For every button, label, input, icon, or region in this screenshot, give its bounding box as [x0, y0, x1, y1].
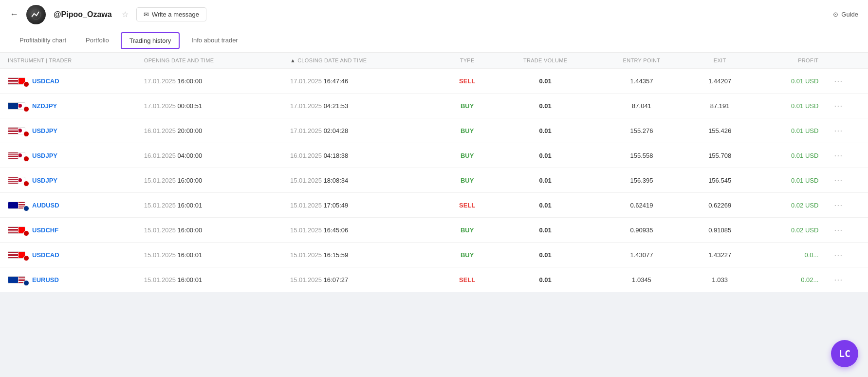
- flags-8: [8, 274, 28, 285]
- more-options-button-6[interactable]: ···: [834, 225, 843, 235]
- flag1-6: [8, 226, 18, 234]
- col-header-exit: EXIT: [687, 53, 753, 69]
- closing-time-5: 17:05:49: [324, 202, 349, 209]
- opening-time-5: 16:00:01: [178, 202, 203, 209]
- table-row: USDCAD 17.01.2025 16:00:00 17.01.2025 16…: [0, 69, 868, 94]
- flag1-0: [8, 77, 18, 85]
- cell-more-5[interactable]: ···: [826, 193, 868, 218]
- more-options-button-0[interactable]: ···: [834, 76, 843, 86]
- cell-closing-2: 17.01.2025 02:04:28: [282, 118, 440, 143]
- instrument-name-6[interactable]: USDCHF: [32, 226, 58, 234]
- cell-volume-4: 0.01: [494, 168, 596, 193]
- more-options-button-1[interactable]: ···: [834, 101, 843, 111]
- star-icon[interactable]: ☆: [122, 10, 129, 19]
- closing-time-4: 18:08:34: [324, 177, 349, 184]
- tab-trading-history[interactable]: Trading history: [121, 32, 180, 49]
- trade-type-5: SELL: [459, 202, 475, 209]
- cell-exit-1: 87.191: [687, 94, 753, 118]
- cell-volume-7: 0.01: [494, 243, 596, 267]
- table-row: EURUSD 15.01.2025 16:00:01 15.01.2025 16…: [0, 267, 868, 292]
- col-header-closing[interactable]: ▲ CLOSING DATE AND TIME: [282, 53, 440, 69]
- cell-exit-5: 0.62269: [687, 193, 753, 218]
- cell-exit-0: 1.44207: [687, 69, 753, 94]
- flags-5: [8, 200, 28, 210]
- instrument-name-2[interactable]: USDJPY: [32, 127, 57, 134]
- trade-volume-5: 0.01: [539, 202, 552, 209]
- flags-1: [8, 100, 28, 111]
- entry-point-8: 1.0345: [632, 276, 651, 283]
- closing-date-3: 16.01.2025: [290, 152, 322, 159]
- dot-flag-6: [23, 230, 29, 236]
- instrument-name-7[interactable]: USDCAD: [32, 251, 59, 259]
- dot-flag-3: [23, 156, 29, 162]
- cell-more-7[interactable]: ···: [826, 243, 868, 267]
- more-options-button-3[interactable]: ···: [834, 151, 843, 160]
- exit-point-6: 0.91085: [708, 226, 731, 234]
- back-button[interactable]: ←: [10, 9, 18, 19]
- cell-instrument-3: USDJPY: [0, 143, 136, 168]
- dot-flag-1: [23, 106, 29, 112]
- instrument-name-0[interactable]: USDCAD: [32, 77, 59, 85]
- cell-opening-0: 17.01.2025 16:00:00: [136, 69, 282, 94]
- sort-arrow-icon: ▲: [290, 57, 295, 63]
- more-options-button-2[interactable]: ···: [834, 126, 843, 135]
- tab-info-about-trader[interactable]: Info about trader: [182, 30, 247, 52]
- cell-more-1[interactable]: ···: [826, 94, 868, 118]
- cell-more-3[interactable]: ···: [826, 143, 868, 168]
- col-header-opening[interactable]: OPENING DATE AND TIME: [136, 53, 282, 69]
- instrument-name-8[interactable]: EURUSD: [32, 276, 59, 283]
- cell-volume-5: 0.01: [494, 193, 596, 218]
- entry-point-7: 1.43077: [630, 251, 653, 259]
- trading-history-table: INSTRUMENT | TRADER OPENING DATE AND TIM…: [0, 53, 868, 292]
- closing-date-1: 17.01.2025: [290, 102, 322, 110]
- write-message-button[interactable]: ✉ Write a message: [136, 7, 206, 21]
- cell-more-4[interactable]: ···: [826, 168, 868, 193]
- cell-profit-8: 0.02...: [753, 267, 826, 292]
- guide-icon: ⊙: [833, 11, 838, 18]
- tab-profitability[interactable]: Profitability chart: [10, 30, 76, 52]
- instrument-name-1[interactable]: NZDJPY: [32, 102, 57, 110]
- closing-time-6: 16:45:06: [324, 226, 349, 234]
- cell-instrument-2: USDJPY: [0, 118, 136, 143]
- cell-profit-4: 0.01 USD: [753, 168, 826, 193]
- tab-portfolio[interactable]: Portfolio: [76, 30, 119, 52]
- flag1-8: [8, 276, 18, 283]
- guide-label: Guide: [841, 11, 858, 18]
- cell-entry-3: 155.558: [596, 143, 687, 168]
- cell-exit-7: 1.43227: [687, 243, 753, 267]
- flag1-1: [8, 102, 18, 110]
- cell-opening-2: 16.01.2025 20:00:00: [136, 118, 282, 143]
- instrument-name-5[interactable]: AUDUSD: [32, 202, 59, 209]
- more-options-button-7[interactable]: ···: [834, 250, 843, 260]
- table-row: USDJPY 16.01.2025 04:00:00 16.01.2025 04…: [0, 143, 868, 168]
- cell-exit-2: 155.426: [687, 118, 753, 143]
- cell-profit-3: 0.01 USD: [753, 143, 826, 168]
- instrument-name-3[interactable]: USDJPY: [32, 152, 57, 159]
- cell-more-2[interactable]: ···: [826, 118, 868, 143]
- closing-time-3: 04:18:38: [324, 152, 349, 159]
- avatar-image: [26, 5, 46, 24]
- cell-more-6[interactable]: ···: [826, 218, 868, 243]
- guide-button[interactable]: ⊙ Guide: [833, 11, 858, 18]
- trade-type-4: BUY: [461, 177, 474, 184]
- table-row: USDJPY 16.01.2025 20:00:00 17.01.2025 02…: [0, 118, 868, 143]
- more-options-button-4[interactable]: ···: [834, 175, 843, 185]
- cell-entry-5: 0.62419: [596, 193, 687, 218]
- top-bar: ← @Pipoo_Ozawa ☆ ✉ Write a message ⊙ Gui…: [0, 0, 868, 29]
- instrument-name-4[interactable]: USDJPY: [32, 177, 57, 184]
- entry-point-5: 0.62419: [630, 202, 653, 209]
- cell-more-8[interactable]: ···: [826, 267, 868, 292]
- more-options-button-8[interactable]: ···: [834, 275, 843, 284]
- trade-type-0: SELL: [459, 77, 475, 85]
- cell-closing-0: 17.01.2025 16:47:46: [282, 69, 440, 94]
- cell-closing-4: 15.01.2025 18:08:34: [282, 168, 440, 193]
- cell-opening-8: 15.01.2025 16:00:01: [136, 267, 282, 292]
- profit-value-4: 0.01 USD: [791, 177, 818, 184]
- cell-type-0: SELL: [440, 69, 495, 94]
- cell-more-0[interactable]: ···: [826, 69, 868, 94]
- more-options-button-5[interactable]: ···: [834, 200, 843, 210]
- closing-time-0: 16:47:46: [324, 77, 349, 85]
- username[interactable]: @Pipoo_Ozawa: [54, 10, 112, 19]
- col-header-volume: TRADE VOLUME: [494, 53, 596, 69]
- entry-point-6: 0.90935: [630, 226, 653, 234]
